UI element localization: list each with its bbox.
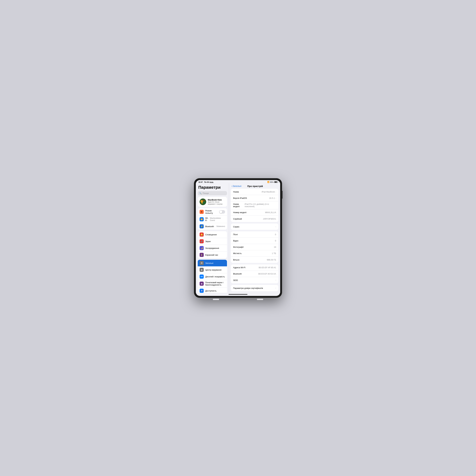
sidebar-item-notifications[interactable]: 🔔 Сповіщення — [198, 231, 227, 238]
focus-icon: 🌙 — [200, 246, 204, 250]
name-value: iPad MacBook › — [262, 191, 276, 193]
sidebar-item-wifi[interactable]: 📶 Wi-Fi Macbookkiev Guest — [198, 216, 227, 223]
wifi-address-value: B0:E5:EF:4F:85:41 — [259, 266, 276, 269]
svg-point-3 — [203, 202, 205, 204]
sidebar-item-sounds[interactable]: 🔊 Звуки — [198, 238, 227, 245]
account-section[interactable]: MacBook Kiev Apple ID, iCloud,медіавміст… — [198, 197, 227, 207]
sidebar-item-bluetooth[interactable]: ⚡ Bluetooth Увімкнено — [198, 223, 227, 230]
capacity-label: Місткість — [233, 252, 242, 255]
general-icon: ⚙ — [200, 261, 204, 265]
battery-fill — [274, 182, 277, 183]
airplane-toggle[interactable] — [219, 210, 225, 214]
photos-value: 19 — [274, 246, 276, 248]
bluetooth-address-label: Bluetooth — [233, 273, 242, 275]
info-row-available: Вільно 988,59 ГБ — [231, 256, 278, 263]
control-center-label: Центр керування — [205, 269, 225, 271]
songs-value: 0 — [275, 233, 276, 236]
sidebar-item-accessibility[interactable]: ♿ Доступність — [198, 288, 227, 293]
model-name-value: iPad Pro (11 дюймів) (4-го покоління) — [245, 203, 276, 208]
status-time-date: 18:47 Пн 04 груд. — [198, 181, 214, 183]
screen-time-icon: ⏳ — [200, 253, 204, 257]
account-info: MacBook Kiev Apple ID, iCloud,медіавміст… — [208, 199, 225, 205]
sidebar-item-screen-time[interactable]: ⏳ Екранний час — [198, 252, 227, 258]
connector-right — [257, 299, 263, 300]
info-row-seid[interactable]: SEID › — [231, 277, 278, 283]
info-row-capacity: Місткість 1 ТБ — [231, 250, 278, 256]
info-row-service[interactable]: Сервіс › — [231, 223, 278, 230]
content-area: Параметри 🔍 Пошук — [196, 183, 280, 293]
sidebar-item-focus[interactable]: 🌙 Зосередження — [198, 245, 227, 252]
info-row-name: Назва iPad MacBook › — [231, 189, 278, 195]
info-row-bluetooth-address: Bluetooth B0:E5:EF:40:53:AA — [231, 271, 278, 277]
airplane-icon: ✈ — [200, 210, 204, 214]
search-bar[interactable]: 🔍 Пошук — [198, 191, 227, 195]
ipados-label: Версія iPadOS — [233, 197, 247, 199]
info-group-network: Адреса Wi-Fi B0:E5:EF:4F:85:41 Bluetooth… — [231, 264, 278, 283]
back-chevron-icon: ‹ — [232, 185, 232, 187]
control-center-icon: ▦ — [200, 268, 204, 272]
available-value: 988,59 ГБ — [267, 259, 276, 261]
search-placeholder: Пошук — [203, 192, 209, 194]
general-label: Загальні — [205, 262, 225, 264]
home-screen-label: Початковий екран ібагатозадачність — [205, 281, 225, 286]
info-group-cert: Параметри довіри сертифікатів › — [231, 285, 278, 291]
wifi-label: Wi-Fi — [205, 217, 208, 222]
sidebar-item-home-screen[interactable]: ▦ Початковий екран ібагатозадачність — [198, 280, 227, 288]
status-date: Пн 04 груд. — [204, 181, 214, 183]
serial-label: Серійний — [233, 218, 242, 220]
info-row-ipados: Версія iPadOS 16.5.1 › — [231, 195, 278, 201]
power-button[interactable] — [282, 191, 283, 199]
info-row-photos: Фотографії 19 — [231, 244, 278, 250]
battery-percent: 85% — [270, 181, 273, 183]
back-label: Загальні — [233, 185, 241, 187]
info-row-serial: Серійний JXRY3FW0X1 — [231, 216, 278, 222]
accessibility-icon: ♿ — [200, 289, 204, 293]
home-bar — [229, 294, 247, 295]
ipados-chevron: › — [275, 197, 276, 199]
cert-trust-value: › — [275, 287, 276, 289]
info-row-cert-trust[interactable]: Параметри довіри сертифікатів › — [231, 285, 278, 291]
info-group-media: Пісні 0 Відео 0 Фотографії 19 Місткість … — [231, 231, 278, 263]
model-number-label: Номер моделі — [233, 211, 246, 214]
sidebar-title: Параметри — [196, 183, 229, 191]
service-value: › — [275, 226, 276, 228]
status-right-icons: 📶 85% — [267, 181, 278, 183]
sidebar-item-control-center[interactable]: ▦ Центр керування — [198, 267, 227, 273]
info-group-device: Назва iPad MacBook › Версія iPadOS 16.5.… — [231, 189, 278, 222]
focus-label: Зосередження — [205, 247, 225, 249]
sidebar: Параметри 🔍 Пошук — [196, 183, 229, 293]
photos-label: Фотографії — [233, 246, 243, 248]
name-label: Назва — [233, 191, 239, 193]
wifi-value: Macbookkiev Guest — [210, 217, 225, 221]
panel-nav: ‹ Загальні Про пристрій — [229, 183, 280, 189]
account-name: MacBook Kiev — [208, 199, 225, 201]
home-screen-icon: ▦ — [200, 282, 204, 286]
accessibility-label: Доступність — [205, 290, 225, 292]
video-value: 0 — [275, 239, 276, 242]
info-row-songs: Пісні 0 — [231, 231, 278, 238]
display-label: Дисплей і яскравість — [205, 275, 225, 278]
info-row-model-number: Номер моделі MNXL3LL/A — [231, 209, 278, 216]
svg-point-2 — [203, 200, 205, 202]
detail-panel: ‹ Загальні Про пристрій Назва iPad MacBo… — [229, 183, 280, 293]
ipad-device: 18:47 Пн 04 груд. 📶 85% Параметри 🔍 — [194, 178, 282, 298]
bluetooth-address-value: B0:E5:EF:40:53:AA — [258, 273, 276, 275]
status-bar: 18:47 Пн 04 груд. 📶 85% — [196, 180, 280, 183]
settings-group-connectivity: ✈ Режим польоту 📶 Wi-Fi Macbookkiev Gues… — [198, 208, 227, 230]
sidebar-item-general[interactable]: ⚙ Загальні — [198, 260, 227, 267]
home-indicator[interactable] — [196, 293, 280, 296]
songs-label: Пісні — [233, 233, 238, 236]
sidebar-item-display[interactable]: AA Дисплей і яскравість — [198, 273, 227, 280]
back-button[interactable]: ‹ Загальні — [232, 185, 241, 187]
info-group-service: Сервіс › — [231, 223, 278, 230]
panel-title: Про пристрій — [242, 185, 268, 187]
seid-value: › — [275, 279, 276, 281]
info-row-video: Відео 0 — [231, 238, 278, 244]
bluetooth-label: Bluetooth — [205, 225, 215, 228]
model-number-value: MNXL3LL/A — [265, 211, 276, 214]
bluetooth-value: Увімкнено — [216, 225, 225, 227]
account-subtitle: Apple ID, iCloud,медіавміст і покупки — [208, 201, 225, 205]
sidebar-item-airplane[interactable]: ✈ Режим польоту — [198, 208, 227, 216]
display-icon: AA — [200, 274, 204, 279]
info-row-wifi-address: Адреса Wi-Fi B0:E5:EF:4F:85:41 — [231, 264, 278, 271]
